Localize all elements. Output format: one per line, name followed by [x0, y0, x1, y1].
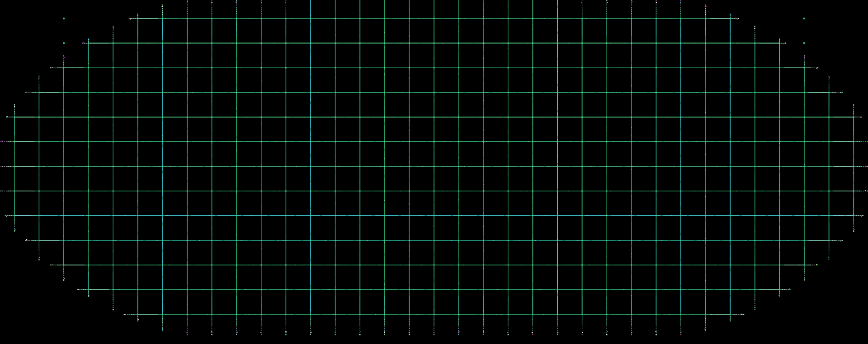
intersection-dot	[236, 240, 237, 241]
intersection-dot	[187, 314, 188, 315]
intersection-dot	[581, 215, 583, 217]
intersection-dot	[88, 92, 89, 93]
noise-speck	[162, 5, 163, 5]
intersection-dot	[88, 141, 89, 143]
intersection-dot	[606, 314, 608, 315]
intersection-dot	[779, 116, 780, 118]
intersection-dot	[853, 191, 854, 192]
intersection-dot	[359, 116, 361, 118]
noise-speck	[137, 14, 138, 15]
noise-speck	[38, 259, 39, 260]
intersection-dot	[557, 18, 558, 19]
intersection-dot	[705, 116, 706, 118]
noise-speck	[854, 106, 854, 107]
intersection-dot	[137, 314, 139, 315]
intersection-dot	[14, 141, 15, 143]
intersection-dot	[211, 314, 212, 315]
intersection-dot	[162, 42, 163, 44]
noise-speck	[705, 5, 706, 5]
intersection-dot	[113, 42, 114, 44]
intersection-dot	[434, 92, 435, 93]
intersection-dot	[680, 141, 682, 143]
noise-speck	[359, 334, 360, 335]
intersection-dot	[557, 289, 558, 290]
intersection-dot	[483, 92, 484, 93]
intersection-dot	[434, 314, 435, 315]
intersection-dot	[88, 67, 89, 69]
intersection-dot	[335, 166, 336, 167]
intersection-dot	[359, 42, 361, 44]
intersection-dot	[409, 191, 410, 192]
intersection-dot	[137, 191, 139, 192]
intersection-dot	[434, 240, 435, 241]
noise-speck	[187, 0, 188, 0]
intersection-dot	[310, 265, 311, 266]
intersection-dot	[187, 92, 188, 93]
intersection-dot	[187, 18, 188, 19]
intersection-dot	[384, 116, 386, 118]
noise-speck	[187, 1, 188, 2]
noise-speck	[311, 332, 312, 333]
intersection-dot	[63, 141, 65, 143]
intersection-dot	[656, 240, 657, 241]
intersection-dot	[483, 42, 484, 44]
noise-speck	[631, 332, 632, 333]
intersection-dot	[581, 166, 583, 167]
intersection-dot	[804, 265, 805, 266]
noise-speck	[113, 307, 113, 308]
intersection-dot	[581, 116, 583, 118]
intersection-dot	[508, 92, 509, 93]
noise-speck	[360, 331, 361, 332]
intersection-dot	[261, 92, 262, 93]
noise-speck	[434, 332, 435, 333]
intersection-dot	[804, 116, 805, 118]
noise-speck	[25, 240, 26, 241]
intersection-dot	[359, 289, 361, 290]
noise-speck	[737, 19, 738, 20]
intersection-dot	[38, 166, 40, 167]
intersection-dot	[508, 18, 509, 19]
intersection-dot	[113, 191, 114, 192]
intersection-dot	[680, 265, 682, 266]
intersection-dot	[384, 215, 386, 217]
intersection-dot	[779, 289, 780, 290]
intersection-dot	[137, 18, 139, 19]
intersection-dot	[335, 240, 336, 241]
noise-speck	[730, 321, 731, 321]
intersection-dot	[804, 240, 805, 241]
noise-speck	[730, 319, 731, 320]
intersection-dot	[409, 67, 410, 69]
intersection-dot	[335, 67, 336, 69]
intersection-dot	[137, 42, 139, 44]
intersection-dot	[162, 215, 163, 217]
noise-speck	[137, 319, 139, 321]
intersection-dot	[187, 166, 188, 167]
noise-speck	[842, 240, 843, 241]
noise-speck	[162, 328, 163, 329]
noise-speck	[816, 264, 817, 265]
intersection-dot	[409, 215, 410, 217]
intersection-dot	[705, 240, 706, 241]
intersection-dot	[63, 92, 65, 93]
intersection-dot	[779, 191, 780, 192]
intersection-dot	[804, 215, 805, 217]
intersection-dot	[384, 166, 386, 167]
intersection-dot	[631, 265, 632, 266]
intersection-dot	[187, 215, 188, 217]
intersection-dot	[581, 18, 583, 19]
intersection-dot	[828, 191, 830, 192]
noise-speck	[335, 334, 336, 335]
noise-speck	[285, 334, 287, 335]
noise-speck	[754, 28, 755, 29]
intersection-dot	[162, 265, 163, 266]
intersection-dot	[730, 265, 731, 266]
intersection-dot	[730, 191, 731, 192]
intersection-dot	[730, 215, 731, 217]
intersection-dot	[508, 166, 509, 167]
intersection-dot	[606, 92, 608, 93]
noise-speck	[261, 334, 262, 335]
intersection-dot	[434, 166, 435, 167]
noise-speck	[409, 334, 410, 335]
intersection-dot	[285, 166, 287, 167]
intersection-dot	[755, 240, 756, 241]
